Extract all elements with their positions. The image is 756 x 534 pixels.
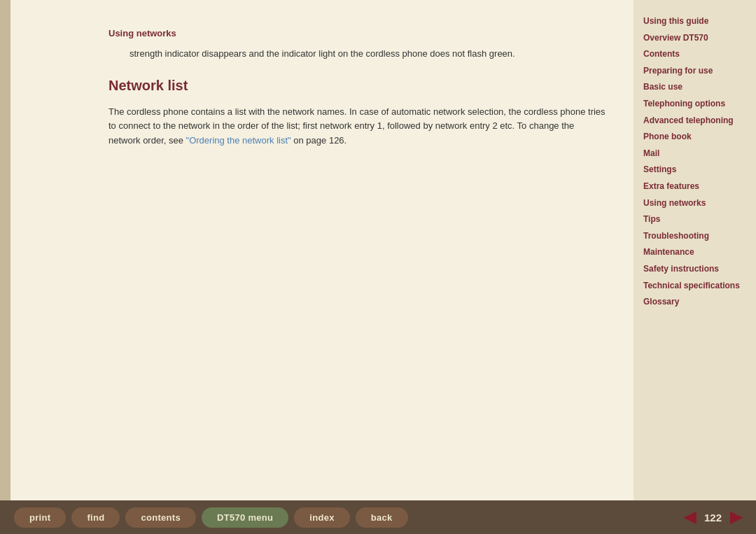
sidebar: Using this guideOverview DT570ContentsPr… bbox=[634, 0, 756, 500]
sidebar-item-settings[interactable]: Settings bbox=[642, 162, 748, 178]
sidebar-item-using-networks[interactable]: Using networks bbox=[642, 196, 748, 211]
content-panel: Using networks strength indicator disapp… bbox=[10, 0, 634, 500]
left-bar bbox=[0, 0, 10, 500]
find-button[interactable]: find bbox=[71, 507, 120, 528]
sidebar-item-maintenance[interactable]: Maintenance bbox=[642, 245, 748, 260]
sidebar-item-troubleshooting[interactable]: Troubleshooting bbox=[642, 229, 748, 244]
sidebar-item-phone-book[interactable]: Phone book bbox=[642, 129, 748, 145]
back-button[interactable]: back bbox=[356, 507, 408, 528]
dt570-menu-button[interactable]: DT570 menu bbox=[202, 507, 288, 528]
sidebar-item-tips[interactable]: Tips bbox=[642, 212, 748, 227]
contents-button[interactable]: contents bbox=[125, 507, 196, 528]
section-label: Using networks bbox=[108, 28, 606, 38]
sidebar-item-contents[interactable]: Contents bbox=[642, 47, 748, 62]
next-page-arrow[interactable]: ▶ bbox=[730, 508, 742, 526]
sidebar-item-glossary[interactable]: Glossary bbox=[642, 295, 748, 310]
sidebar-item-extra-features[interactable]: Extra features bbox=[642, 179, 748, 195]
sidebar-item-preparing-for-use[interactable]: Preparing for use bbox=[642, 64, 748, 79]
network-list-link[interactable]: "Ordering the network list" bbox=[186, 135, 291, 146]
page-navigation: ◀ 122 ▶ bbox=[684, 508, 742, 526]
index-button[interactable]: index bbox=[294, 507, 349, 528]
sidebar-item-technical-specifications[interactable]: Technical specifications bbox=[642, 279, 748, 294]
body-text: The cordless phone contains a list with … bbox=[108, 105, 606, 148]
sidebar-item-telephoning-options[interactable]: Telephoning options bbox=[642, 97, 748, 112]
prev-page-arrow[interactable]: ◀ bbox=[684, 508, 696, 526]
toolbar: print find contents DT570 menu index bac… bbox=[0, 500, 756, 534]
sidebar-item-using-this-guide[interactable]: Using this guide bbox=[642, 14, 748, 29]
sidebar-item-mail[interactable]: Mail bbox=[642, 146, 748, 162]
sidebar-item-safety-instructions[interactable]: Safety instructions bbox=[642, 262, 748, 277]
intro-text: strength indicator disappears and the in… bbox=[108, 47, 606, 61]
page-number: 122 bbox=[699, 512, 727, 524]
sidebar-item-overview-dt570[interactable]: Overview DT570 bbox=[642, 31, 748, 46]
sidebar-item-advanced-telephoning[interactable]: Advanced telephoning bbox=[642, 113, 748, 129]
print-button[interactable]: print bbox=[14, 507, 66, 528]
network-list-title: Network list bbox=[108, 78, 606, 94]
sidebar-item-basic-use[interactable]: Basic use bbox=[642, 80, 748, 95]
